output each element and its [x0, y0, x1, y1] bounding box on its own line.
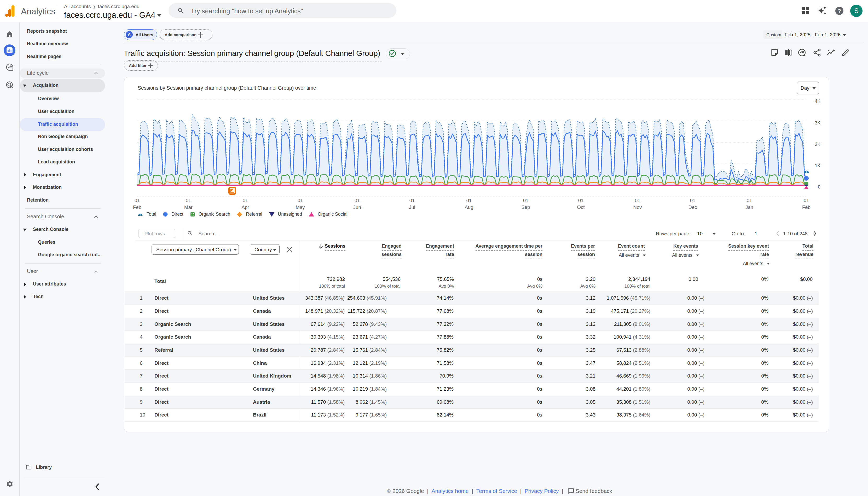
svg-text:?: ?: [838, 8, 841, 14]
